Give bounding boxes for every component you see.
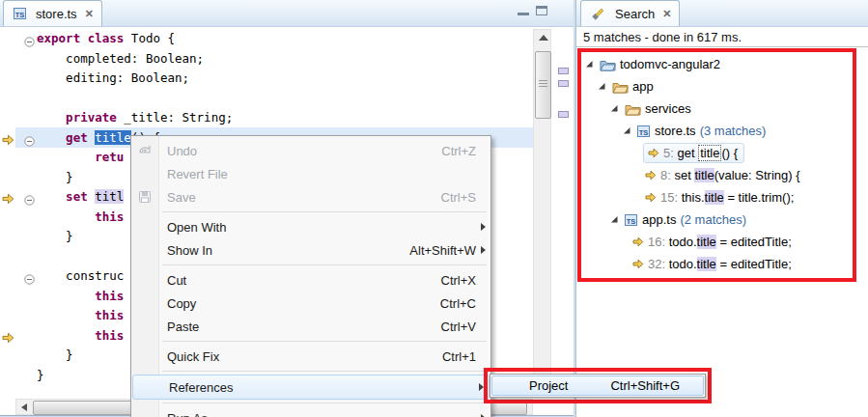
menu-item-label: Paste [167, 320, 199, 334]
code-token: } [37, 170, 73, 184]
code-token: titl [95, 189, 124, 204]
code-token [80, 31, 88, 45]
submenu-annotation-box: Project Ctrl+Shift+G [484, 368, 712, 403]
menu-item-label: Copy [167, 296, 196, 311]
match-line-number: 8: [660, 168, 674, 182]
occurrence-mark[interactable] [558, 80, 569, 87]
code-token: export [37, 31, 80, 45]
tree-match-row[interactable]: 5: get title() { [581, 142, 853, 164]
match-text: this. [682, 190, 705, 205]
search-match-arrow-icon[interactable] [2, 330, 14, 348]
editor-tab-bar: TS store.ts ✕ [0, 0, 574, 27]
indent-spacer [581, 64, 583, 65]
search-match-arrow-icon[interactable] [2, 132, 14, 150]
menu-item-show-in[interactable]: Show InAlt+Shift+W [131, 238, 490, 262]
minimize-icon[interactable] [518, 8, 529, 15]
scroll-up-icon[interactable] [539, 35, 548, 41]
match-arrow-icon [632, 259, 644, 269]
match-highlight: title [694, 168, 714, 182]
match-arrow-icon [645, 192, 657, 203]
match-line-number: 32: [648, 257, 669, 271]
tree-node-services[interactable]: services [581, 97, 853, 120]
match-text: todo. [669, 257, 697, 271]
close-icon[interactable]: ✕ [85, 8, 94, 20]
tree-node-app-ts[interactable]: TSapp.ts(2 matches) [581, 208, 853, 231]
menu-item-accel: Ctrl+C [440, 296, 476, 311]
menu-item-open-with[interactable]: Open With [131, 215, 490, 238]
menu-item-cut[interactable]: CutCtrl+X [131, 268, 490, 292]
menu-item-revert-file: Revert File [131, 162, 490, 185]
code-token [37, 110, 66, 125]
menu-separator [131, 262, 490, 268]
tree-node-store-ts[interactable]: TSstore.ts(3 matches) [581, 120, 853, 142]
menu-item-project[interactable]: Project Ctrl+Shift+G [491, 375, 704, 396]
code-token: } [37, 348, 73, 362]
code-token [37, 289, 95, 303]
tree-match-row[interactable]: 8: set title(value: String) { [581, 164, 853, 186]
search-status: 5 matches - done in 617 ms. [583, 30, 742, 44]
menu-item-copy[interactable]: CopyCtrl+C [131, 292, 490, 315]
menu-item-paste[interactable]: PasteCtrl+V [131, 315, 490, 338]
code-token: completed: Boolean; [37, 51, 204, 66]
menu-separator [131, 338, 490, 345]
match-line-number: 15: [660, 190, 682, 205]
tree-match-row[interactable]: 15: this.title = title.trim(); [581, 186, 853, 208]
svg-text:TS: TS [15, 11, 25, 19]
tab-store-ts[interactable]: TS store.ts ✕ [3, 0, 102, 26]
references-submenu: Project Ctrl+Shift+G [490, 374, 706, 398]
fold-collapse-icon[interactable] [24, 192, 35, 209]
expander-icon [623, 126, 631, 135]
indent-spacer [581, 130, 621, 131]
fold-collapse-icon[interactable] [24, 133, 35, 151]
svg-text:TS: TS [627, 216, 636, 225]
expander-icon [610, 104, 619, 113]
fold-collapse-icon[interactable] [24, 34, 35, 51]
close-icon[interactable]: ✕ [662, 8, 671, 20]
code-line: export class Todo { [37, 29, 533, 49]
match-line-number: 5: [663, 146, 677, 160]
code-token: construc [37, 268, 124, 283]
indent-spacer [581, 197, 643, 198]
vertical-scrollbar[interactable] [533, 29, 551, 398]
tree-match-row[interactable]: 32: todo.title = editedTitle; [581, 253, 853, 275]
match-arrow-icon [648, 148, 659, 158]
vertical-scrollbar-thumb[interactable] [535, 51, 551, 119]
selected-text: title [95, 130, 131, 145]
tab-search[interactable]: Search ✕ [580, 0, 680, 26]
match-highlight: title [705, 190, 724, 205]
tree-node-app[interactable]: app [581, 75, 853, 97]
tree-match-row[interactable]: 16: todo.title = editedTitle; [581, 231, 853, 253]
code-line: completed: Boolean; [37, 49, 533, 70]
code-token: class [88, 31, 125, 45]
flashlight-icon [591, 6, 606, 21]
menu-item-run-as[interactable]: Run As [131, 406, 490, 417]
selected-match-row[interactable]: 5: get title() { [643, 143, 744, 163]
indent-spacer [581, 264, 630, 264]
search-tab-bar: Search ✕ [576, 0, 868, 27]
match-text: (value: String) { [714, 168, 800, 182]
code-token [37, 328, 95, 343]
menu-item-label: Run As [167, 411, 208, 417]
code-token: _title: String; [117, 110, 233, 125]
menu-item-accel: Ctrl+1 [442, 349, 476, 364]
menu-item-accel: Ctrl+X [441, 273, 476, 288]
match-highlight: title [698, 145, 721, 161]
fold-collapse-icon[interactable] [24, 271, 35, 289]
code-token: this [95, 308, 124, 322]
menu-item-label: Undo [167, 144, 197, 158]
match-text: = editedTitle; [716, 257, 792, 271]
scroll-left-icon[interactable] [21, 403, 27, 411]
menu-item-quick-fix[interactable]: Quick FixCtrl+1 [131, 345, 490, 368]
menu-item-accel: Ctrl+V [441, 320, 476, 334]
code-token: } [37, 229, 73, 243]
maximize-icon[interactable] [536, 6, 547, 15]
search-match-arrow-icon[interactable] [2, 191, 14, 208]
search-results-tree[interactable]: todomvc-angular2appservicesTSstore.ts(3 … [581, 52, 853, 275]
occurrence-mark[interactable] [558, 111, 569, 118]
menu-item-references[interactable]: References [132, 375, 490, 400]
undo-icon [137, 143, 153, 158]
occurrence-mark[interactable] [558, 68, 569, 74]
tree-node-todomvc-angular2[interactable]: todomvc-angular2 [581, 53, 853, 75]
tab-label: store.ts [36, 7, 77, 21]
menu-separator [131, 368, 490, 375]
